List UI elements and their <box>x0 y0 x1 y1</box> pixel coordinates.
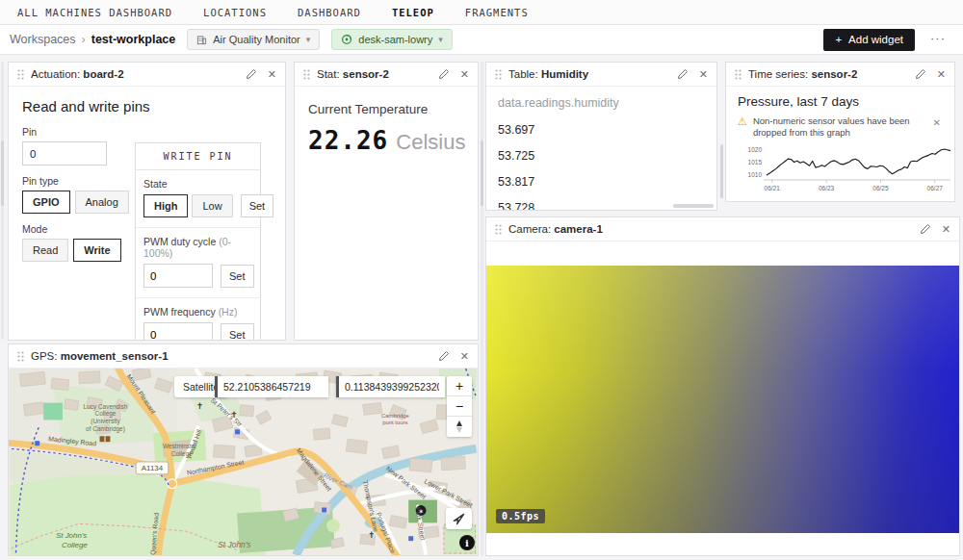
widget-title: GPS: movement_sensor-1 <box>31 350 431 362</box>
scrollbar-thumb[interactable] <box>1 140 4 206</box>
breadcrumb: Workspaces › test-workplace <box>10 33 175 46</box>
svg-text:College: College <box>95 410 117 418</box>
write-pin-title: WRITE PIN <box>136 143 260 170</box>
nav-item-dashboard[interactable]: DASHBOARD <box>298 7 361 18</box>
close-icon[interactable]: ✕ <box>933 68 946 81</box>
drag-handle-icon[interactable] <box>495 69 502 80</box>
machine-select[interactable]: desk-sam-lowry ▾ <box>331 29 453 50</box>
svg-text:Lucy Cavendish: Lucy Cavendish <box>84 403 128 411</box>
scrollbar[interactable] <box>481 62 483 556</box>
mode-write-button[interactable]: Write <box>73 239 120 262</box>
edit-pencil-icon[interactable] <box>438 68 450 80</box>
zoom-in-button[interactable]: + <box>447 376 472 396</box>
pin-input[interactable] <box>22 141 107 165</box>
location-select-label: Air Quality Monitor <box>213 34 299 45</box>
table-row: 53.817 <box>486 169 716 195</box>
mode-read-button[interactable]: Read <box>22 239 68 262</box>
svg-text:St John's: St John's <box>218 540 251 549</box>
pwm-freq-input[interactable] <box>143 322 213 341</box>
nav-item-teleop[interactable]: TELEOP <box>392 7 434 18</box>
state-low-button[interactable]: Low <box>192 194 232 217</box>
svg-text:College: College <box>62 541 88 549</box>
widget-table: Table: Humidity ✕ data.readings.humidity… <box>485 62 717 211</box>
state-label: State <box>143 178 252 190</box>
svg-text:(University: (University <box>91 418 120 425</box>
pin-type-gpio-button[interactable]: GPIO <box>22 191 70 214</box>
pwm-duty-input[interactable] <box>143 264 213 288</box>
edit-pencil-icon[interactable] <box>915 68 926 80</box>
warning-icon: ⚠ <box>738 115 747 128</box>
edit-pencil-icon[interactable] <box>677 68 689 80</box>
map-canvas[interactable]: A1134 ✝✝✝ ✶ Madingley Road Mount Pleasan… <box>9 369 478 555</box>
map-poi-labels: Cambridge punt tours <box>381 413 410 425</box>
fps-badge: 0.5fps <box>496 509 545 523</box>
building-icon <box>196 35 207 45</box>
widget-stat: Stat: sensor-2 ✕ Current Temperature 22.… <box>294 62 479 341</box>
widget-timeseries: Time series: sensor-2 ✕ Pressure, last 7… <box>725 62 955 202</box>
pin-label: Pin <box>22 126 272 138</box>
svg-text:1015: 1015 <box>748 158 763 165</box>
locate-button[interactable] <box>446 508 472 529</box>
svg-text:1020: 1020 <box>748 145 763 152</box>
widget-title: Table: Humidity <box>508 68 670 80</box>
warning-text: Non-numeric sensor values have been drop… <box>753 115 912 140</box>
drag-handle-icon[interactable] <box>495 224 502 235</box>
svg-text:06/25: 06/25 <box>872 185 889 191</box>
svg-text:06/27: 06/27 <box>927 185 944 191</box>
pwm-freq-set-button[interactable]: Set <box>221 323 254 342</box>
close-icon[interactable]: ✕ <box>938 223 950 236</box>
svg-text:St John's: St John's <box>56 531 87 540</box>
time-series-chart: 10101015102006/2106/2306/2506/27 <box>738 141 955 195</box>
nav-item-locations[interactable]: LOCATIONS <box>203 7 267 18</box>
horizontal-scrollbar[interactable] <box>673 204 714 208</box>
drag-handle-icon[interactable] <box>17 351 24 362</box>
stat-value: 22.26 <box>308 126 388 155</box>
close-icon[interactable]: ✕ <box>264 68 276 81</box>
nav-item-fragments[interactable]: FRAGMENTS <box>465 7 529 18</box>
pin-type-analog-button[interactable]: Analog <box>75 191 129 214</box>
widget-title: Stat: sensor-2 <box>317 68 431 80</box>
location-select[interactable]: Air Quality Monitor ▾ <box>187 29 320 50</box>
latitude-input[interactable] <box>215 376 328 397</box>
machine-status-icon <box>341 34 352 45</box>
nav-item-all-machines[interactable]: ALL MACHINES DASHBOARD <box>17 7 172 18</box>
state-high-button[interactable]: High <box>143 194 188 217</box>
drag-handle-icon[interactable] <box>303 69 310 80</box>
pwm-duty-set-button[interactable]: Set <box>221 265 254 288</box>
machine-select-label: desk-sam-lowry <box>358 34 432 45</box>
edit-pencil-icon[interactable] <box>438 350 450 362</box>
pwm-duty-label: PWM duty cycle (0-100%) <box>143 236 252 259</box>
close-icon[interactable]: ✕ <box>456 350 469 363</box>
toolbar: Workspaces › test-workplace Air Quality … <box>0 25 963 55</box>
add-widget-button[interactable]: + Add widget <box>823 29 915 51</box>
compass-button[interactable] <box>447 417 472 437</box>
drag-handle-icon[interactable] <box>735 69 742 80</box>
zoom-out-button[interactable]: − <box>447 396 472 417</box>
svg-text:1010: 1010 <box>748 171 763 178</box>
stat-unit: Celsius <box>396 130 465 155</box>
attribution-info-icon[interactable]: i <box>459 535 475 550</box>
stat-label: Current Temperature <box>308 102 464 116</box>
close-icon[interactable]: ✕ <box>456 68 469 81</box>
longitude-input[interactable] <box>336 376 445 397</box>
scrollbar-thumb[interactable] <box>720 144 723 198</box>
warning-dismiss-icon[interactable]: ✕ <box>931 115 943 130</box>
chart-title: Pressure, last 7 days <box>738 94 943 109</box>
overflow-menu-button[interactable]: ··· <box>926 31 953 49</box>
map-zoom-controls: + − <box>447 376 472 437</box>
svg-text:06/21: 06/21 <box>765 185 781 191</box>
widget-title: Actuation: board-2 <box>31 68 239 80</box>
scrollbar-thumb[interactable] <box>481 140 483 206</box>
edit-pencil-icon[interactable] <box>920 223 931 235</box>
plus-icon: + <box>835 34 842 45</box>
edit-pencil-icon[interactable] <box>246 68 257 80</box>
close-icon[interactable]: ✕ <box>695 68 708 81</box>
write-pin-panel: WRITE PIN State High Low Set PWM duty cy… <box>135 142 261 341</box>
drag-handle-icon[interactable] <box>17 69 24 80</box>
widget-camera: Camera: camera-1 ✕ 0.5fps <box>485 216 960 556</box>
state-set-button[interactable]: Set <box>241 194 274 217</box>
widget-gps: GPS: movement_sensor-1 ✕ <box>8 344 479 556</box>
breadcrumb-workspaces[interactable]: Workspaces <box>10 33 76 46</box>
svg-text:of Cambridge): of Cambridge) <box>86 425 125 433</box>
widget-title: Time series: sensor-2 <box>748 68 908 80</box>
